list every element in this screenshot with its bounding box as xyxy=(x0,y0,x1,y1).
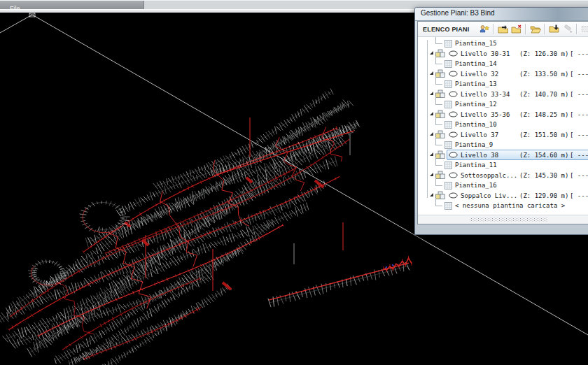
slot-value: [ --- ] xyxy=(570,131,588,138)
piantina-label: Piantina_13 xyxy=(455,80,497,87)
row-livello-32[interactable]: Livello 32(Z: 133.50 m)[ --- ] xyxy=(424,69,588,80)
folder-arrow-icon[interactable] xyxy=(496,23,510,35)
piantina-label: Piantina_9 xyxy=(455,141,493,148)
livello-label: Livello 33-34 xyxy=(461,91,519,98)
edit-disabled-icon[interactable] xyxy=(561,23,574,35)
piantina-label: Piantina_16 xyxy=(455,182,497,189)
livello-label: Livello 37 xyxy=(461,131,519,138)
tree-elbow xyxy=(435,157,442,166)
livello-label: Livello 30-31 xyxy=(461,50,519,57)
row-piantina-14[interactable]: Piantina_14 xyxy=(424,59,588,69)
expand-arrow-icon[interactable] xyxy=(430,132,433,136)
menu-area: File xyxy=(0,1,144,9)
row-highlight[interactable]: Sottosoppalc...(Z: 145.30 m)[ --- ] xyxy=(447,170,588,180)
plan-oval-icon xyxy=(449,71,458,77)
z-value: (Z: 133.50 m) xyxy=(519,71,570,78)
row-piantina-9[interactable]: Piantina_9 xyxy=(424,140,588,150)
row-piantina-15[interactable]: Piantina_15 xyxy=(424,38,588,49)
folder-delete-icon[interactable] xyxy=(510,23,523,35)
row-nessuna-piantina-caricata[interactable]: < nessuna piantina caricata > xyxy=(424,201,588,211)
plan-oval-icon xyxy=(449,91,458,97)
livello-label: Livello 32 xyxy=(461,71,519,78)
grip-dots xyxy=(470,217,548,222)
row-highlight[interactable]: Livello 30-31(Z: 126.30 m)[ --- ] xyxy=(447,48,588,59)
slot-value: [ --- ] xyxy=(570,192,588,199)
row-livello-35-36[interactable]: Livello 35-36(Z: 148.25 m)[ --- ] xyxy=(424,110,588,120)
tree-elbow xyxy=(435,96,442,105)
expand-arrow-icon[interactable] xyxy=(430,112,433,115)
plan-oval-icon xyxy=(449,192,458,199)
z-value: (Z: 154.60 m) xyxy=(519,152,570,159)
piantina-page-icon xyxy=(444,60,452,68)
folder-open-icon[interactable] xyxy=(528,23,542,35)
toolbar-separator xyxy=(576,24,578,34)
livello-label: Sottosoppalc... xyxy=(461,172,519,179)
row-highlight[interactable]: Livello 37(Z: 151.50 m)[ --- ] xyxy=(447,129,588,140)
slot-value: [ --- ] xyxy=(570,172,588,179)
row-livello-37[interactable]: Livello 37(Z: 151.50 m)[ --- ] xyxy=(424,130,588,141)
plan-oval-icon xyxy=(449,152,458,158)
expand-arrow-icon[interactable] xyxy=(430,152,433,156)
row-livello-33-34[interactable]: Livello 33-34(Z: 140.70 m)[ --- ] xyxy=(424,90,588,100)
row-livello-38[interactable]: Livello 38(Z: 154.60 m)[ --- ] xyxy=(424,150,588,161)
row-piantina-13[interactable]: Piantina_13 xyxy=(424,79,588,90)
tree-elbow xyxy=(435,56,442,64)
piantina-page-icon xyxy=(444,141,452,149)
tree-elbow xyxy=(435,198,442,206)
piantina-page-icon xyxy=(444,101,452,108)
row-highlight[interactable]: Livello 35-36(Z: 148.25 m)[ --- ] xyxy=(447,109,588,120)
row-highlight[interactable]: Livello 33-34(Z: 140.70 m)[ --- ] xyxy=(447,89,588,99)
slot-value: [ --- ] xyxy=(570,71,588,78)
z-value: (Z: 148.25 m) xyxy=(519,111,570,118)
slot-value: [ --- ] xyxy=(570,50,588,57)
z-value: (Z: 151.50 m) xyxy=(519,131,570,138)
piantina-label: Piantina_14 xyxy=(455,60,497,67)
row-piantina-10[interactable]: Piantina_10 xyxy=(424,120,588,130)
application-window: File Gestione Piani: B3 Bind ELENCO PIAN… xyxy=(0,0,588,365)
row-piantina-16[interactable]: Piantina_16 xyxy=(424,180,588,191)
expand-arrow-icon[interactable] xyxy=(430,71,433,75)
resize-grip[interactable] xyxy=(418,215,588,224)
livello-label: Livello 35-36 xyxy=(461,111,519,118)
piantina-label: Piantina_12 xyxy=(455,101,497,108)
piantina-page-icon xyxy=(444,40,452,48)
gestione-piani-panel: Gestione Piani: B3 Bind ELENCO PIANI xyxy=(414,7,588,235)
piantina-label: Piantina_15 xyxy=(455,40,497,47)
slot-value: [ --- ] xyxy=(570,152,588,159)
toolbar-separator xyxy=(544,24,545,34)
expand-arrow-icon[interactable] xyxy=(430,193,433,196)
slot-value: [ --- ] xyxy=(570,91,588,98)
piantina-page-icon xyxy=(444,182,452,189)
row-livello-30-31[interactable]: Livello 30-31(Z: 126.30 m)[ --- ] xyxy=(424,49,588,59)
expand-arrow-icon[interactable] xyxy=(430,92,433,95)
row-piantina-11[interactable]: Piantina_11 xyxy=(424,160,588,171)
piantina-label: < nessuna piantina caricata > xyxy=(455,202,565,209)
row-soppalco-liv[interactable]: Soppalco Liv...(Z: 129.90 m)[ --- ] xyxy=(424,191,588,201)
tree-elbow xyxy=(435,137,442,145)
plan-oval-icon xyxy=(449,172,458,178)
row-piantina-12[interactable]: Piantina_12 xyxy=(424,99,588,110)
piani-list[interactable]: Piantina_15Livello 30-31(Z: 126.30 m)[ -… xyxy=(418,37,588,215)
z-value: (Z: 140.70 m) xyxy=(519,91,570,98)
piantina-page-icon xyxy=(444,162,452,169)
plan-oval-icon xyxy=(449,131,458,138)
user-levels-icon[interactable] xyxy=(477,23,491,35)
panel-titlebar[interactable]: Gestione Piani: B3 Bind xyxy=(415,8,588,21)
expand-arrow-icon[interactable] xyxy=(430,51,433,55)
panel-toolbar: ELENCO PIANI xyxy=(418,22,588,37)
expand-arrow-icon[interactable] xyxy=(430,173,433,176)
tree-elbow xyxy=(435,76,442,85)
row-highlight[interactable]: Livello 38(Z: 154.60 m)[ --- ] xyxy=(447,150,588,160)
panel-client: ELENCO PIANI xyxy=(417,21,588,224)
row-sottosoppalc[interactable]: Sottosoppalc...(Z: 145.30 m)[ --- ] xyxy=(424,171,588,181)
piantina-page-icon xyxy=(444,202,452,210)
plan-oval-icon xyxy=(449,50,458,57)
piantina-label: Piantina_11 xyxy=(455,162,497,169)
folder-export-icon[interactable] xyxy=(547,23,561,35)
marquee-dropdown-icon[interactable] xyxy=(580,23,588,35)
row-highlight[interactable]: Soppalco Liv...(Z: 129.90 m)[ --- ] xyxy=(447,190,588,201)
piantina-label: Piantina_10 xyxy=(455,121,497,128)
toolbar-separator xyxy=(525,24,526,34)
toolbar-separator xyxy=(493,24,494,34)
row-highlight[interactable]: Livello 32(Z: 133.50 m)[ --- ] xyxy=(447,69,588,79)
